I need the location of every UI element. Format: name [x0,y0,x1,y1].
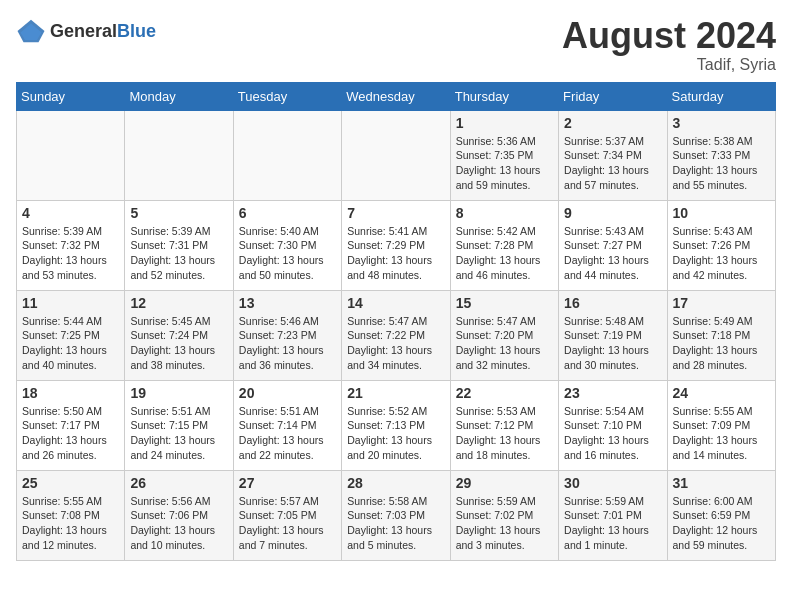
week-row-1: 1Sunrise: 5:36 AMSunset: 7:35 PMDaylight… [17,110,776,200]
header-sunday: Sunday [17,82,125,110]
day-info: Sunrise: 5:44 AMSunset: 7:25 PMDaylight:… [22,314,119,373]
cell-w5-d3: 28Sunrise: 5:58 AMSunset: 7:03 PMDayligh… [342,470,450,560]
day-number: 14 [347,295,444,311]
day-number: 8 [456,205,553,221]
day-number: 13 [239,295,336,311]
day-info: Sunrise: 5:46 AMSunset: 7:23 PMDaylight:… [239,314,336,373]
day-info: Sunrise: 5:58 AMSunset: 7:03 PMDaylight:… [347,494,444,553]
day-number: 16 [564,295,661,311]
page-header: GeneralBlue August 2024 Tadif, Syria [16,16,776,74]
day-number: 4 [22,205,119,221]
day-info: Sunrise: 5:42 AMSunset: 7:28 PMDaylight:… [456,224,553,283]
day-info: Sunrise: 5:39 AMSunset: 7:32 PMDaylight:… [22,224,119,283]
day-number: 9 [564,205,661,221]
cell-w1-d6: 3Sunrise: 5:38 AMSunset: 7:33 PMDaylight… [667,110,775,200]
location: Tadif, Syria [562,56,776,74]
cell-w2-d4: 8Sunrise: 5:42 AMSunset: 7:28 PMDaylight… [450,200,558,290]
day-number: 21 [347,385,444,401]
day-info: Sunrise: 5:55 AMSunset: 7:08 PMDaylight:… [22,494,119,553]
week-row-4: 18Sunrise: 5:50 AMSunset: 7:17 PMDayligh… [17,380,776,470]
cell-w3-d6: 17Sunrise: 5:49 AMSunset: 7:18 PMDayligh… [667,290,775,380]
day-info: Sunrise: 5:37 AMSunset: 7:34 PMDaylight:… [564,134,661,193]
header-friday: Friday [559,82,667,110]
header-monday: Monday [125,82,233,110]
day-info: Sunrise: 5:57 AMSunset: 7:05 PMDaylight:… [239,494,336,553]
day-number: 12 [130,295,227,311]
cell-w2-d0: 4Sunrise: 5:39 AMSunset: 7:32 PMDaylight… [17,200,125,290]
month-year: August 2024 [562,16,776,56]
cell-w5-d1: 26Sunrise: 5:56 AMSunset: 7:06 PMDayligh… [125,470,233,560]
cell-w4-d1: 19Sunrise: 5:51 AMSunset: 7:15 PMDayligh… [125,380,233,470]
cell-w1-d4: 1Sunrise: 5:36 AMSunset: 7:35 PMDaylight… [450,110,558,200]
title-area: August 2024 Tadif, Syria [562,16,776,74]
day-info: Sunrise: 5:45 AMSunset: 7:24 PMDaylight:… [130,314,227,373]
cell-w4-d0: 18Sunrise: 5:50 AMSunset: 7:17 PMDayligh… [17,380,125,470]
cell-w3-d0: 11Sunrise: 5:44 AMSunset: 7:25 PMDayligh… [17,290,125,380]
day-number: 3 [673,115,770,131]
day-info: Sunrise: 5:49 AMSunset: 7:18 PMDaylight:… [673,314,770,373]
day-number: 27 [239,475,336,491]
cell-w3-d5: 16Sunrise: 5:48 AMSunset: 7:19 PMDayligh… [559,290,667,380]
day-info: Sunrise: 5:43 AMSunset: 7:26 PMDaylight:… [673,224,770,283]
day-info: Sunrise: 5:47 AMSunset: 7:22 PMDaylight:… [347,314,444,373]
day-info: Sunrise: 5:41 AMSunset: 7:29 PMDaylight:… [347,224,444,283]
cell-w3-d1: 12Sunrise: 5:45 AMSunset: 7:24 PMDayligh… [125,290,233,380]
cell-w3-d3: 14Sunrise: 5:47 AMSunset: 7:22 PMDayligh… [342,290,450,380]
week-row-3: 11Sunrise: 5:44 AMSunset: 7:25 PMDayligh… [17,290,776,380]
day-number: 31 [673,475,770,491]
day-info: Sunrise: 5:51 AMSunset: 7:15 PMDaylight:… [130,404,227,463]
day-number: 17 [673,295,770,311]
logo-text: GeneralBlue [50,23,156,40]
cell-w4-d4: 22Sunrise: 5:53 AMSunset: 7:12 PMDayligh… [450,380,558,470]
cell-w4-d2: 20Sunrise: 5:51 AMSunset: 7:14 PMDayligh… [233,380,341,470]
cell-w5-d4: 29Sunrise: 5:59 AMSunset: 7:02 PMDayligh… [450,470,558,560]
day-number: 5 [130,205,227,221]
cell-w2-d5: 9Sunrise: 5:43 AMSunset: 7:27 PMDaylight… [559,200,667,290]
cell-w5-d0: 25Sunrise: 5:55 AMSunset: 7:08 PMDayligh… [17,470,125,560]
day-number: 7 [347,205,444,221]
day-number: 26 [130,475,227,491]
day-number: 30 [564,475,661,491]
logo: GeneralBlue [16,16,156,46]
day-info: Sunrise: 5:56 AMSunset: 7:06 PMDaylight:… [130,494,227,553]
day-number: 2 [564,115,661,131]
day-number: 19 [130,385,227,401]
day-info: Sunrise: 5:50 AMSunset: 7:17 PMDaylight:… [22,404,119,463]
header-thursday: Thursday [450,82,558,110]
week-row-5: 25Sunrise: 5:55 AMSunset: 7:08 PMDayligh… [17,470,776,560]
cell-w3-d4: 15Sunrise: 5:47 AMSunset: 7:20 PMDayligh… [450,290,558,380]
day-number: 29 [456,475,553,491]
day-info: Sunrise: 5:51 AMSunset: 7:14 PMDaylight:… [239,404,336,463]
cell-w1-d1 [125,110,233,200]
cell-w1-d5: 2Sunrise: 5:37 AMSunset: 7:34 PMDaylight… [559,110,667,200]
cell-w5-d5: 30Sunrise: 5:59 AMSunset: 7:01 PMDayligh… [559,470,667,560]
logo-icon [16,16,46,46]
cell-w4-d6: 24Sunrise: 5:55 AMSunset: 7:09 PMDayligh… [667,380,775,470]
day-info: Sunrise: 5:48 AMSunset: 7:19 PMDaylight:… [564,314,661,373]
day-info: Sunrise: 5:36 AMSunset: 7:35 PMDaylight:… [456,134,553,193]
cell-w2-d6: 10Sunrise: 5:43 AMSunset: 7:26 PMDayligh… [667,200,775,290]
cell-w4-d3: 21Sunrise: 5:52 AMSunset: 7:13 PMDayligh… [342,380,450,470]
day-number: 22 [456,385,553,401]
day-info: Sunrise: 5:55 AMSunset: 7:09 PMDaylight:… [673,404,770,463]
day-number: 20 [239,385,336,401]
day-number: 28 [347,475,444,491]
day-info: Sunrise: 5:38 AMSunset: 7:33 PMDaylight:… [673,134,770,193]
day-info: Sunrise: 6:00 AMSunset: 6:59 PMDaylight:… [673,494,770,553]
cell-w1-d3 [342,110,450,200]
header-tuesday: Tuesday [233,82,341,110]
day-number: 23 [564,385,661,401]
cell-w2-d1: 5Sunrise: 5:39 AMSunset: 7:31 PMDaylight… [125,200,233,290]
day-info: Sunrise: 5:47 AMSunset: 7:20 PMDaylight:… [456,314,553,373]
calendar-table: SundayMondayTuesdayWednesdayThursdayFrid… [16,82,776,561]
day-info: Sunrise: 5:40 AMSunset: 7:30 PMDaylight:… [239,224,336,283]
day-number: 25 [22,475,119,491]
cell-w5-d6: 31Sunrise: 6:00 AMSunset: 6:59 PMDayligh… [667,470,775,560]
day-info: Sunrise: 5:52 AMSunset: 7:13 PMDaylight:… [347,404,444,463]
day-info: Sunrise: 5:59 AMSunset: 7:01 PMDaylight:… [564,494,661,553]
day-number: 24 [673,385,770,401]
day-number: 10 [673,205,770,221]
day-number: 6 [239,205,336,221]
cell-w2-d2: 6Sunrise: 5:40 AMSunset: 7:30 PMDaylight… [233,200,341,290]
day-info: Sunrise: 5:39 AMSunset: 7:31 PMDaylight:… [130,224,227,283]
